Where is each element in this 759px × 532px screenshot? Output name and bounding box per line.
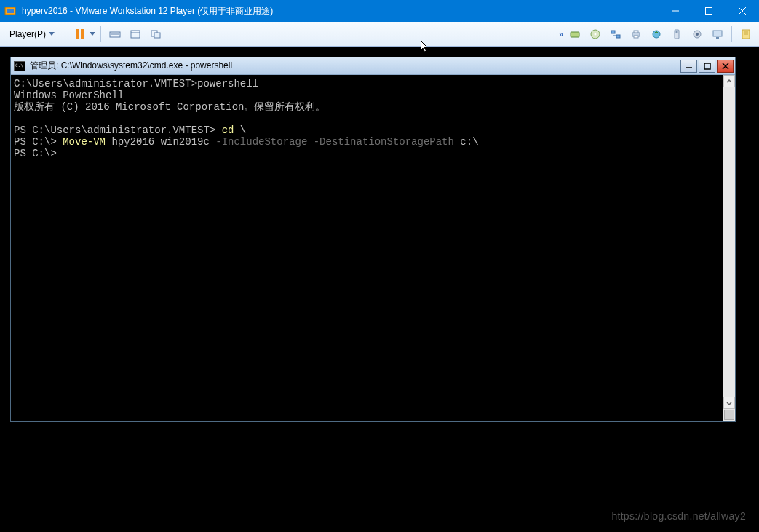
svg-rect-26 — [716, 37, 719, 39]
typed-command: powershell — [197, 78, 258, 90]
cmd-titlebar[interactable]: 管理员: C:\Windows\system32\cmd.exe - power… — [11, 57, 735, 75]
arg: hpy2016 win2019c — [106, 136, 210, 148]
vmware-titlebar[interactable]: hyperv2016 - VMware Workstation 12 Playe… — [0, 0, 759, 22]
toolbar-separator — [100, 26, 101, 42]
display-device-button[interactable] — [709, 25, 726, 43]
cmd-maximize-button[interactable] — [699, 60, 715, 73]
terminal-output[interactable]: C:\Users\administrator.VMTEST>powershell… — [11, 75, 723, 421]
svg-rect-11 — [154, 33, 160, 38]
toolbar-separator — [65, 26, 65, 42]
svg-rect-12 — [571, 32, 579, 37]
cmd-logo-icon — [14, 61, 25, 71]
parameter: -IncludeStorage -DestinationStoragePath — [210, 136, 454, 148]
fullscreen-icon — [130, 28, 141, 40]
cmd-window: 管理员: C:\Windows\system32\cmd.exe - power… — [10, 57, 736, 422]
usb-icon — [671, 28, 683, 40]
scroll-down-button[interactable] — [723, 397, 735, 409]
cmd-scrollbar[interactable] — [723, 75, 735, 421]
minimize-button[interactable] — [659, 0, 692, 22]
output-line: 版权所有 (C) 2016 Microsoft Corporation。保留所有… — [14, 101, 325, 113]
arg: c:\ — [454, 136, 479, 148]
pause-vm-button[interactable] — [71, 25, 88, 43]
unity-icon — [150, 28, 162, 40]
cmd-minimize-button[interactable] — [680, 60, 697, 73]
network-icon — [610, 28, 621, 40]
pause-icon — [76, 29, 84, 39]
player-menu-label: Player(P) — [9, 29, 46, 39]
sound-icon — [651, 28, 662, 40]
unity-button[interactable] — [147, 25, 164, 43]
toolbar-separator — [731, 26, 732, 42]
svg-rect-3 — [706, 8, 712, 15]
printer-device-button[interactable] — [627, 25, 645, 43]
svg-rect-16 — [616, 35, 620, 38]
disc-icon — [589, 28, 601, 40]
svg-rect-25 — [713, 31, 722, 36]
prompt: PS C:\> — [14, 136, 57, 148]
cmd-title: 管理员: C:\Windows\system32\cmd.exe - power… — [30, 60, 232, 72]
svg-rect-18 — [634, 31, 638, 33]
hard-disk-icon — [569, 28, 581, 40]
camera-device-button[interactable] — [688, 25, 706, 43]
dropdown-icon[interactable] — [90, 32, 95, 36]
notes-icon — [740, 28, 752, 40]
vmware-logo-icon — [4, 5, 16, 17]
scroll-track-horizontal-placeholder — [723, 409, 735, 421]
sound-device-button[interactable] — [648, 25, 665, 43]
vmware-toolbar: Player(P) » — [0, 22, 759, 47]
guest-desktop[interactable]: 管理员: C:\Windows\system32\cmd.exe - power… — [0, 47, 759, 532]
scroll-up-button[interactable] — [723, 75, 735, 87]
display-icon — [712, 28, 723, 40]
vmware-title: hyperv2016 - VMware Workstation 12 Playe… — [22, 5, 273, 17]
svg-rect-8 — [131, 31, 140, 38]
player-menu[interactable]: Player(P) — [4, 27, 60, 41]
cd-dvd-device-button[interactable] — [587, 25, 604, 43]
cmd-close-button[interactable] — [717, 60, 734, 73]
prompt: PS C:\> — [14, 148, 57, 159]
close-button[interactable] — [726, 0, 759, 22]
svg-rect-1 — [7, 9, 14, 13]
network-device-button[interactable] — [607, 25, 624, 43]
keyboard-icon — [109, 28, 121, 40]
usb-device-button[interactable] — [668, 25, 686, 43]
cmdlet: Move-VM — [57, 136, 106, 148]
maximize-button[interactable] — [692, 0, 726, 22]
cmd-body: C:\Users\administrator.VMTEST>powershell… — [11, 75, 735, 421]
printer-icon — [630, 28, 642, 40]
svg-point-24 — [696, 33, 699, 36]
output-line: Windows PowerShell — [14, 90, 124, 101]
watermark: https://blog.csdn.net/allway2 — [611, 510, 746, 522]
dropdown-icon — [49, 32, 55, 36]
chevron-right-icon[interactable]: » — [559, 30, 563, 39]
vmware-player-window: hyperv2016 - VMware Workstation 12 Playe… — [0, 0, 759, 532]
camera-icon — [691, 28, 703, 40]
svg-rect-15 — [611, 31, 615, 33]
prompt: PS C:\Users\administrator.VMTEST> — [14, 124, 215, 136]
hard-disk-device-button[interactable] — [566, 25, 584, 43]
send-ctrl-alt-del-button[interactable] — [106, 25, 124, 43]
prompt: C:\Users\administrator.VMTEST> — [14, 78, 197, 90]
svg-rect-22 — [676, 31, 678, 33]
manage-button[interactable] — [737, 25, 755, 43]
scroll-track[interactable] — [723, 87, 735, 397]
cmdlet: cd — [215, 124, 234, 136]
svg-rect-31 — [704, 63, 710, 69]
arg: \ — [234, 124, 246, 136]
scroll-thumb[interactable] — [724, 410, 734, 420]
svg-point-14 — [595, 33, 597, 35]
svg-rect-19 — [634, 36, 638, 38]
fullscreen-button[interactable] — [127, 25, 144, 43]
